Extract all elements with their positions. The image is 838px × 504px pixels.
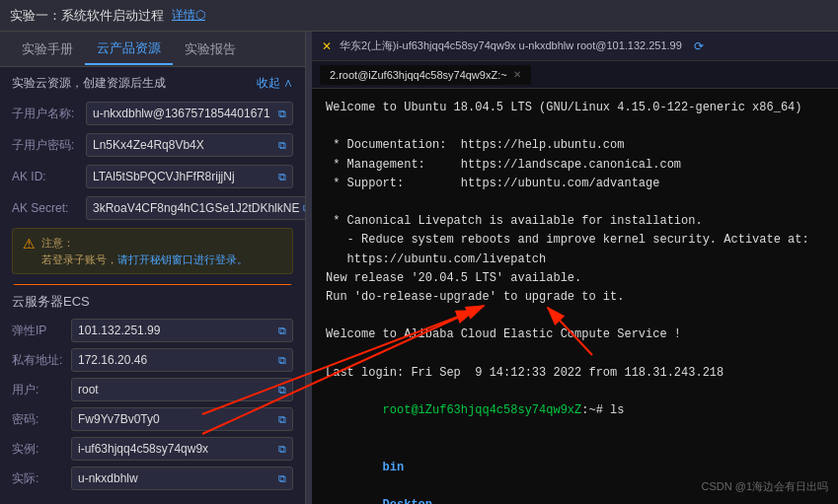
ecs-instance2-copy-icon[interactable]: ⧉ (278, 472, 286, 485)
term-doc: * Documentation: https://help.ubuntu.com (326, 136, 824, 155)
page-title: 实验一：系统软件启动过程 (10, 7, 164, 25)
username-value: u-nkxdbhlw@1367571854401671 (93, 107, 270, 120)
ecs-field-instance: 实例: i-uf63hjqq4c58sy74qw9x ⧉ (12, 437, 293, 461)
ak-id-copy-icon[interactable]: ⧉ (278, 171, 286, 183)
terminal-icon: ✕ (322, 39, 332, 53)
ecs-instance-value-box: i-uf63hjqq4c58sy74qw9x ⧉ (71, 437, 293, 461)
top-bar: 实验一：系统软件启动过程 详情⬡ (0, 0, 838, 32)
terminal-panel: ✕ 华东2(上海)i-uf63hjqq4c58sy74qw9x u-nkxdbh… (312, 32, 838, 504)
terminal-content[interactable]: Welcome to Ubuntu 18.04.5 LTS (GNU/Linux… (312, 89, 838, 504)
term-prompt-ls: root@iZuf63hjqq4c58sy74qw9xZ:~# ls (326, 383, 824, 440)
collapse-button[interactable]: 收起 ∧ (257, 75, 293, 92)
section-header: 实验云资源，创建资源后生成 收起 ∧ (12, 75, 293, 92)
terminal-tabs-bar: 2.root@iZuf63hjqq4c58sy74qw9xZ:~ ✕ (312, 61, 838, 89)
ecs-instance-copy-icon[interactable]: ⧉ (278, 443, 286, 456)
terminal-tab-1-close[interactable]: ✕ (513, 69, 521, 80)
term-blank1 (326, 117, 824, 136)
password-label: 子用户密码: (12, 137, 86, 154)
tab-manual[interactable]: 实验手册 (10, 35, 85, 64)
terminal-reload-icon[interactable]: ⟳ (694, 39, 704, 53)
ak-secret-value: 3kRoaV4CF8ng4hC1GSe1J2tDKhlkNE (93, 201, 299, 215)
term-alibaba: Welcome to Alibaba Cloud Elastic Compute… (326, 325, 824, 344)
term-support: * Support: https://ubuntu.com/advantage (326, 175, 824, 193)
private-addr-label: 私有地址: (12, 352, 71, 369)
ecs-title: 云服务器ECS (12, 293, 293, 311)
term-blank4 (326, 344, 824, 363)
term-livepatch3: https://ubuntu.com/livepatch (326, 251, 824, 269)
private-addr-value: 172.16.20.46 (78, 353, 147, 367)
field-row-ak-id: AK ID: LTAl5tSbPQCVJhFfR8rijjNj ⧉ (12, 165, 293, 188)
ak-id-label: AK ID: (12, 170, 86, 183)
password-value-box: Ln5Kx4Ze4Rq8Vb4X ⧉ (86, 133, 293, 157)
ecs-field-elastic-ip: 弹性IP 101.132.251.99 ⧉ (12, 319, 293, 342)
password-value: Ln5Kx4Ze4Rq8Vb4X (93, 138, 204, 152)
tab-cloud-resources[interactable]: 云产品资源 (85, 34, 173, 65)
csdn-watermark: CSDN @1海边会有日出吗 (701, 479, 828, 494)
ecs-instance2-value: u-nkxdbhlw (78, 471, 138, 485)
elastic-ip-value: 101.132.251.99 (78, 324, 160, 337)
ecs-instance-label: 实例: (12, 441, 71, 458)
left-panel: 实验手册 云产品资源 实验报告 实验云资源，创建资源后生成 收起 ∧ 子用户名称… (0, 32, 306, 504)
term-upgrade: Run 'do-release-upgrade' to upgrade to i… (326, 288, 824, 307)
tab-report[interactable]: 实验报告 (173, 35, 248, 64)
ak-secret-label: AK Secret: (12, 201, 86, 215)
ecs-field-private-addr: 私有地址: 172.16.20.46 ⧉ (12, 348, 293, 372)
username-value-box: u-nkxdbhlw@1367571854401671 ⧉ (86, 102, 293, 125)
field-row-password: 子用户密码: Ln5Kx4Ze4Rq8Vb4X ⧉ (12, 133, 293, 157)
term-ls-output: bin Desktop Documents Downloads Music Pi… (326, 439, 824, 504)
nav-tabs: 实验手册 云产品资源 实验报告 (0, 32, 305, 67)
password-copy-icon[interactable]: ⧉ (278, 139, 286, 152)
terminal-tab-1[interactable]: 2.root@iZuf63hjqq4c58sy74qw9xZ:~ ✕ (320, 65, 531, 85)
ak-id-value: LTAl5tSbPQCVJhFfR8rijjNj (93, 170, 235, 183)
ecs-field-instance2: 实际: u-nkxdbhlw ⧉ (12, 467, 293, 490)
term-blank2 (326, 193, 824, 212)
ak-secret-value-box: 3kRoaV4CF8ng4hC1GSe1J2tDKhlkNE ⧉ (86, 196, 305, 220)
term-livepatch2: - Reduce system reboots and improve kern… (326, 231, 824, 250)
field-row-ak-secret: AK Secret: 3kRoaV4CF8ng4hC1GSe1J2tDKhlkN… (12, 196, 293, 220)
ecs-field-user: 用户: root ⧉ (12, 378, 293, 401)
username-copy-icon[interactable]: ⧉ (278, 108, 286, 120)
warning-box: ⚠ 注意：若登录子账号，请打开秘钥窗口进行登录。 (12, 228, 293, 274)
private-addr-value-box: 172.16.20.46 ⧉ (71, 348, 293, 372)
username-label: 子用户名称: (12, 106, 86, 122)
section-title: 实验云资源，创建资源后生成 (12, 75, 166, 92)
resource-section: 实验云资源，创建资源后生成 收起 ∧ 子用户名称: u-nkxdbhlw@136… (0, 67, 305, 285)
warning-text: 注意：若登录子账号，请打开秘钥窗口进行登录。 (41, 235, 248, 267)
field-row-username: 子用户名称: u-nkxdbhlw@1367571854401671 ⧉ (12, 102, 293, 125)
ak-secret-copy-icon[interactable]: ⧉ (303, 202, 305, 215)
term-blank3 (326, 307, 824, 325)
ak-id-value-box: LTAl5tSbPQCVJhFfR8rijjNj ⧉ (86, 165, 293, 188)
ecs-password-value-box: Fw9Yv7Bv0Ty0 ⧉ (71, 407, 293, 431)
term-welcome: Welcome to Ubuntu 18.04.5 LTS (GNU/Linux… (326, 99, 824, 117)
ecs-user-label: 用户: (12, 382, 71, 398)
warning-icon: ⚠ (23, 236, 36, 252)
private-addr-copy-icon[interactable]: ⧉ (278, 354, 286, 367)
ecs-user-value-box: root ⧉ (71, 378, 293, 401)
term-prompt-text: root@iZuf63hjqq4c58sy74qw9xZ (383, 403, 582, 417)
ecs-user-value: root (78, 383, 99, 396)
term-lastlogin: Last login: Fri Sep 9 14:12:33 2022 from… (326, 364, 824, 383)
term-release: New release '20.04.5 LTS' available. (326, 269, 824, 288)
ecs-instance2-label: 实际: (12, 470, 71, 487)
ecs-password-copy-icon[interactable]: ⧉ (278, 413, 286, 426)
elastic-ip-label: 弹性IP (12, 323, 71, 339)
term-mgmt: * Management: https://landscape.canonica… (326, 156, 824, 175)
ecs-password-value: Fw9Yv7Bv0Ty0 (78, 412, 160, 426)
ecs-field-password: 密码: Fw9Yv7Bv0Ty0 ⧉ (12, 407, 293, 431)
elastic-ip-value-box: 101.132.251.99 ⧉ (71, 319, 293, 342)
main-layout: 实验手册 云产品资源 实验报告 实验云资源，创建资源后生成 收起 ∧ 子用户名称… (0, 32, 838, 504)
elastic-ip-copy-icon[interactable]: ⧉ (278, 324, 286, 337)
detail-link[interactable]: 详情⬡ (172, 7, 205, 24)
ecs-section: 云服务器ECS 弹性IP 101.132.251.99 ⧉ 私有地址: 172.… (0, 285, 305, 504)
terminal-top-bar: ✕ 华东2(上海)i-uf63hjqq4c58sy74qw9x u-nkxdbh… (312, 32, 838, 61)
ecs-instance2-value-box: u-nkxdbhlw ⧉ (71, 467, 293, 490)
ecs-instance-value: i-uf63hjqq4c58sy74qw9x (78, 442, 208, 456)
term-livepatch1: * Canonical Livepatch is available for i… (326, 212, 824, 231)
terminal-top-title: 华东2(上海)i-uf63hjqq4c58sy74qw9x u-nkxdbhlw… (340, 38, 682, 53)
terminal-tab-1-label: 2.root@iZuf63hjqq4c58sy74qw9xZ:~ (330, 69, 507, 81)
warning-link[interactable]: 请打开秘钥窗口进行登录。 (117, 253, 248, 265)
ecs-password-label: 密码: (12, 411, 71, 428)
ecs-user-copy-icon[interactable]: ⧉ (278, 384, 286, 396)
